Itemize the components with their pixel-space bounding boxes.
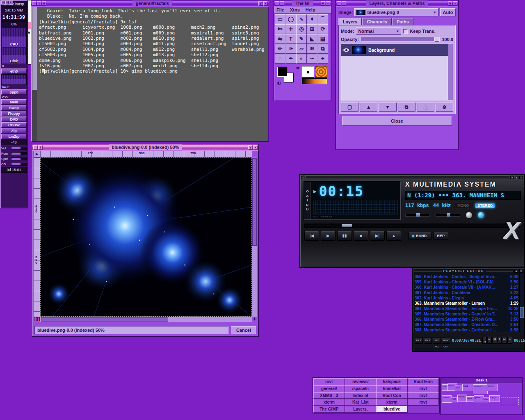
- playlist-entry[interactable]: 368. Mannheim Steamroller - Earthrise / …: [415, 327, 518, 332]
- duplicate-layer-button[interactable]: ⧉: [398, 103, 415, 112]
- task-button-rxvt[interactable]: rxvt: [408, 385, 439, 392]
- task-button-general[interactable]: general/: [313, 385, 345, 392]
- dock-zip-panel[interactable]: Zip: [1, 128, 27, 133]
- playlist-entry[interactable]: 362. Karl Jenkins - Elegia4:05: [415, 295, 518, 301]
- lower-layer-button[interactable]: ▼: [379, 103, 396, 112]
- shade-icon[interactable]: ∨: [448, 1, 452, 6]
- mixer-slider[interactable]: [11, 163, 27, 166]
- text-tool-button[interactable]: T: [285, 34, 296, 44]
- playlist-entry[interactable]: 365. Mannheim Steamroller - Dancin' In T…: [415, 311, 518, 317]
- xterm-titlebar[interactable]: — i ∨ general/fractals ∨ ×: [31, 0, 269, 7]
- menu-icon[interactable]: —: [337, 1, 341, 6]
- close-icon[interactable]: ×: [453, 1, 457, 6]
- seek-handle[interactable]: [341, 224, 353, 227]
- previous-button[interactable]: |◀: [304, 231, 319, 241]
- pager-mini-window[interactable]: [501, 397, 519, 405]
- close-icon[interactable]: ×: [253, 145, 258, 150]
- blend-mode-dropdown[interactable]: Normal ▼: [356, 27, 401, 35]
- pager-mini-window[interactable]: home/: [457, 395, 467, 402]
- task-button-xterm[interactable]: xterm: [376, 399, 408, 406]
- equalizer-button[interactable]: [466, 212, 472, 218]
- vscroll-thumb[interactable]: [252, 158, 257, 246]
- stop-button[interactable]: ■: [354, 231, 368, 241]
- measure-tool-button[interactable]: ⌖: [317, 54, 328, 64]
- dock-dvd-panel[interactable]: DVD: [1, 116, 27, 122]
- playlist-mini-transport-button[interactable]: ■: [498, 337, 502, 344]
- opacity-slider[interactable]: [361, 37, 440, 42]
- dock-mixer-cd[interactable]: CD: [1, 162, 27, 167]
- blend-tool-button[interactable]: ▤: [317, 34, 328, 44]
- clone-tool-button[interactable]: ⧉: [317, 44, 328, 54]
- flip-tool-button[interactable]: ⇋: [275, 34, 285, 44]
- info-icon[interactable]: i: [37, 1, 41, 6]
- move-tool-button[interactable]: ✛: [285, 24, 296, 34]
- playlist-file-button[interactable]: FILE: [415, 337, 423, 344]
- shuffle-button[interactable]: RAND.: [409, 232, 431, 240]
- playlist-entry[interactable]: 364. Mannheim Steamroller - Escape Fro..…: [415, 306, 518, 311]
- eth0-panel[interactable]: eth0: [1, 68, 27, 74]
- quickmask-off-button[interactable]: [34, 317, 37, 321]
- tab-paths[interactable]: Paths: [392, 18, 413, 25]
- play-button[interactable]: ▶: [321, 231, 336, 241]
- menu-icon[interactable]: —: [33, 145, 38, 150]
- pager-area[interactable]: xternRootrxvtKat1Index ofxtermxterm-VRho…: [441, 383, 522, 414]
- pencil-tool-button[interactable]: ✏: [275, 44, 285, 54]
- new-layer-button[interactable]: ▢: [341, 103, 358, 112]
- info-icon[interactable]: i: [342, 1, 346, 6]
- pager-mini-window[interactable]: Kat_L: [489, 395, 500, 402]
- cancel-button[interactable]: Cancel: [231, 326, 256, 334]
- eject-button[interactable]: ▲: [386, 231, 401, 241]
- pager-mini-window[interactable]: /spa: [466, 396, 475, 402]
- playlist-entry[interactable]: 366. Mannheim Steamroller - Z-Row Gra...…: [415, 317, 518, 322]
- vertical-scrollbar[interactable]: [252, 158, 257, 317]
- anchor-layer-button[interactable]: ⚓: [417, 103, 434, 112]
- pager-mini-window[interactable]: Index of: [473, 384, 488, 394]
- task-button-reviews[interactable]: reviews/: [345, 378, 377, 385]
- task-button-rootcon[interactable]: Root Con: [376, 392, 408, 399]
- scissors-tool-button[interactable]: ✄: [275, 24, 285, 34]
- playlist-mini-transport-button[interactable]: ▶|: [502, 337, 507, 344]
- dock-linzip-panel[interactable]: LinZip: [1, 134, 27, 139]
- task-button-xterm[interactable]: xterm: [313, 399, 345, 406]
- smudge-tool-button[interactable]: ∽: [307, 54, 317, 64]
- dock-floppy-panel[interactable]: Floppy: [1, 111, 27, 116]
- menu-icon[interactable]: —: [275, 1, 279, 6]
- shade-icon[interactable]: ▴: [515, 176, 518, 179]
- pager-mini-window[interactable]: xterm: [487, 384, 498, 391]
- cpu-chart[interactable]: CPU: [1, 27, 27, 47]
- playlist-sel-all-button[interactable]: SEL ALL: [433, 337, 441, 344]
- playlist-scrollbar[interactable]: [519, 274, 524, 332]
- task-button-rootterm[interactable]: RootTerm: [408, 378, 439, 385]
- task-button-layers[interactable]: Layers,: [345, 406, 377, 413]
- task-button-katspace[interactable]: katspace: [376, 378, 408, 385]
- menu-icon[interactable]: —: [1, 1, 5, 4]
- quickmask-on-button[interactable]: [37, 317, 40, 321]
- image-selector-dropdown[interactable]: bluedive.png-0 ▼: [354, 8, 438, 16]
- image-window-titlebar[interactable]: — i bluedive.png-0.0 (indexed) 50% ∨ ×: [32, 144, 258, 151]
- task-button-homekat[interactable]: home/kat: [376, 385, 408, 392]
- swap-panel[interactable]: Swap: [1, 105, 27, 110]
- playlist-entry[interactable]: 358. Karl Jenkins - Cantus - Song of Inv…: [415, 274, 518, 279]
- task-button-bluedive[interactable]: bluedive: [376, 406, 408, 413]
- playlist-scrollbar-thumb[interactable]: [520, 307, 524, 318]
- color-picker-tool-button[interactable]: ✎: [296, 34, 307, 44]
- volume-handle[interactable]: [447, 213, 450, 217]
- terminal-scrollbar[interactable]: [32, 7, 37, 141]
- playlist-mini-transport-button[interactable]: ▶: [487, 337, 492, 344]
- image-canvas[interactable]: [40, 158, 252, 317]
- close-icon[interactable]: ×: [519, 176, 523, 179]
- spectrum-analyzer[interactable]: [313, 201, 398, 215]
- xmms-titlebar[interactable]: o ▾ ▴ ×: [300, 175, 524, 179]
- mixer-slider[interactable]: [11, 152, 27, 155]
- task-button-katlist[interactable]: Kat_List: [345, 399, 377, 406]
- info-icon[interactable]: i: [38, 145, 43, 150]
- delete-layer-button[interactable]: ⊗: [436, 103, 453, 112]
- shade-icon[interactable]: ∨: [42, 1, 46, 6]
- gradient-indicator[interactable]: [302, 78, 327, 84]
- task-button-rxvt[interactable]: rxvt: [408, 392, 439, 399]
- menu-help[interactable]: Help: [306, 7, 315, 12]
- shade-icon[interactable]: ∨: [5, 1, 9, 4]
- paintbrush-tool-button[interactable]: ✑: [285, 44, 296, 54]
- playlist-toggle-button[interactable]: [478, 212, 484, 218]
- track-title-display[interactable]: N (1:29) ••• 363. MANNHEIM S: [405, 191, 521, 200]
